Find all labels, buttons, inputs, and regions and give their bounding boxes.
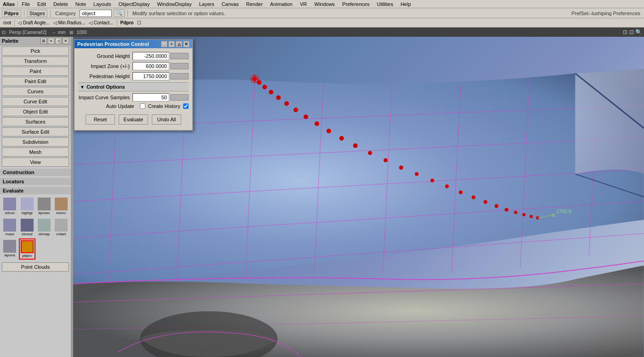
sidebar-btn-view[interactable]: View: [2, 158, 69, 167]
menu-edit[interactable]: Edit: [34, 1, 50, 7]
ppc-icon-expand[interactable]: △: [176, 41, 182, 47]
tool-label-mxcrv: mxcrv: [56, 211, 66, 215]
tool-icon-srfcon: [3, 198, 16, 210]
sep1: [24, 10, 24, 17]
checkbox-area[interactable]: ☐: [136, 20, 143, 26]
resize-handle[interactable]: [71, 37, 73, 357]
app-name-btn[interactable]: Pdpro: [2, 10, 21, 17]
sidebar-section-construction[interactable]: Construction: [0, 169, 71, 176]
sidebar-btn-pick[interactable]: Pick: [2, 46, 69, 56]
sidebar-btn-mesh[interactable]: Mesh: [2, 147, 69, 157]
category-input[interactable]: [80, 10, 112, 17]
tool-srfcon[interactable]: srfcon: [2, 196, 18, 216]
tool-pdpro[interactable]: pdpro: [19, 238, 35, 260]
auto-update-label: Auto Update: [78, 103, 137, 109]
svg-point-46: [552, 213, 555, 217]
impact-zone-slider[interactable]: [170, 63, 189, 69]
pedestrian-height-input[interactable]: [132, 72, 169, 80]
ground-height-slider[interactable]: [170, 53, 189, 59]
menu-canvas[interactable]: Canvas: [218, 1, 242, 7]
ppc-icon-list[interactable]: ≡: [168, 41, 175, 47]
ppc-body: Ground Height Impact Zone (+/-) Pedestri…: [75, 48, 192, 130]
impact-curve-slider[interactable]: [170, 94, 189, 101]
tool-label-mass: mass: [6, 232, 14, 236]
pedestrian-height-slider[interactable]: [170, 73, 189, 79]
tool-label-highlgt: highlgt: [22, 211, 33, 215]
tool-mass[interactable]: mass: [2, 217, 18, 238]
tool-dynsec[interactable]: dynsec: [36, 196, 52, 216]
svg-point-28: [339, 136, 344, 141]
sidebar-btn-paintedit[interactable]: Paint Edit: [2, 77, 69, 86]
svg-point-26: [315, 121, 319, 126]
category-label: Category: [53, 10, 78, 17]
impact-zone-input[interactable]: [132, 62, 169, 70]
menu-layouts[interactable]: Layouts: [90, 1, 115, 7]
ppc-buttons-row: Reset Evaluate Undo All: [78, 111, 189, 126]
tool-mxcrv[interactable]: mxcrv: [53, 196, 69, 216]
menu-file[interactable]: File: [18, 1, 34, 7]
tool-dynms[interactable]: dynms: [2, 238, 18, 260]
menu-vr[interactable]: VR: [296, 1, 310, 7]
sidebar-btn-paint[interactable]: Paint: [2, 67, 69, 76]
tool-icon-ckmod: [21, 219, 34, 232]
sidebar-btn-curves[interactable]: Curves: [2, 87, 69, 96]
sidebar-section-evaluate[interactable]: Evaluate: [0, 187, 71, 194]
ground-height-input-wrap: [132, 52, 189, 60]
view-unit: ← mm: [50, 29, 67, 35]
sidebar-btn-curveedit[interactable]: Curve Edit: [2, 97, 69, 106]
impact-curve-input[interactable]: [132, 93, 169, 102]
sidebar-icon-3[interactable]: ◁: [55, 38, 62, 44]
menu-render[interactable]: Render: [242, 1, 266, 7]
menu-help[interactable]: Help: [397, 1, 415, 7]
draft-angle-btn[interactable]: ◁ Draft Angle...: [17, 20, 51, 26]
tool-ckmod[interactable]: ckmod: [19, 217, 35, 238]
svg-point-23: [284, 101, 289, 106]
undo-all-button[interactable]: Undo All: [152, 114, 181, 125]
tool-cntact[interactable]: cntact: [53, 217, 69, 238]
ppc-icon-close[interactable]: ✕: [183, 41, 190, 47]
menu-delete[interactable]: Delete: [50, 1, 72, 7]
tool-highlgt[interactable]: highlgt: [19, 196, 35, 216]
sidebar-btn-surfaces[interactable]: Surfaces: [2, 117, 69, 126]
sidebar-btn-objectedit[interactable]: Object Edit: [2, 107, 69, 116]
view-perspective[interactable]: Persp [Camera#2]: [7, 29, 48, 35]
auto-update-row: Auto Update Create History: [78, 103, 189, 109]
svg-point-35: [445, 185, 449, 188]
tool-label-dynsec: dynsec: [38, 211, 50, 215]
tool-dvmap[interactable]: dvmap: [36, 217, 52, 238]
sidebar-icon-1[interactable]: ⊞: [40, 38, 47, 44]
ground-height-label: Ground Height: [78, 53, 132, 59]
sidebar-btn-transform[interactable]: Transform: [2, 57, 69, 66]
contact-btn[interactable]: ◁ Contact...: [87, 20, 115, 26]
sidebar-icon-close[interactable]: ✕: [63, 38, 69, 44]
ppc-title-icons: _ ≡ △ ✕: [161, 41, 190, 47]
sidebar-btn-subdivision[interactable]: Subdivision: [2, 137, 69, 147]
menu-windowdisplay[interactable]: WindowDisplay: [153, 1, 195, 7]
sidebar-btn-surfaceedit[interactable]: Surface Edit: [2, 127, 69, 136]
min-radius-btn[interactable]: ◁ Min.Radius...: [52, 20, 86, 26]
menu-objectdisplay[interactable]: ObjectDisplay: [115, 1, 154, 7]
menu-utilities[interactable]: Utilities: [373, 1, 397, 7]
sidebar-btn-pointclouds[interactable]: Point Clouds: [2, 262, 69, 272]
auto-update-checkbox[interactable]: [140, 103, 145, 109]
svg-point-43: [529, 215, 533, 218]
control-options-header[interactable]: ▼ Control Options: [78, 82, 189, 91]
menu-preferences[interactable]: Preferences: [339, 1, 373, 7]
sidebar-section-locators[interactable]: Locators: [0, 178, 71, 185]
evaluate-button[interactable]: Evaluate: [119, 114, 148, 125]
ground-height-input[interactable]: [132, 52, 169, 60]
category-search-btn[interactable]: 🔍: [114, 9, 125, 17]
prefset-label: PrefSet--lushiping Preferences: [569, 10, 642, 17]
tool-icon-mxcrv: [55, 198, 68, 210]
create-history-checkbox[interactable]: [183, 103, 189, 109]
control-options-arrow: ▼: [80, 85, 85, 90]
reset-button[interactable]: Reset: [86, 114, 115, 125]
sidebar-icon-2[interactable]: ≡: [48, 38, 54, 44]
ppc-icon-minimize[interactable]: _: [161, 41, 167, 47]
menu-animation[interactable]: Animation: [266, 1, 296, 7]
pdpro-btn[interactable]: Pdpro: [119, 20, 135, 26]
menu-layers[interactable]: Layers: [196, 1, 218, 7]
menu-windows[interactable]: Windows: [310, 1, 339, 7]
stages-btn[interactable]: Stages: [27, 10, 47, 17]
menu-note[interactable]: Note: [72, 1, 90, 7]
